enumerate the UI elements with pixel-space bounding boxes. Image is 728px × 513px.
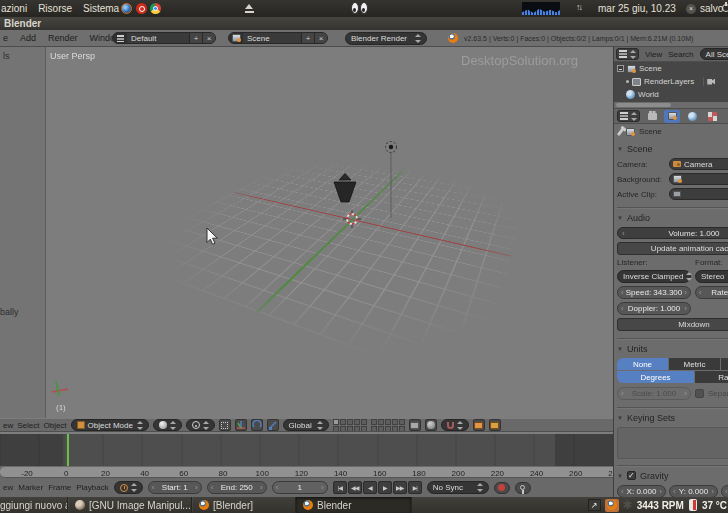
task-button-article[interactable]: ggiungi nuovo arti... <box>0 497 68 513</box>
menu-frame[interactable]: Frame <box>48 483 71 492</box>
auto-keyframe-button[interactable] <box>494 482 510 494</box>
keying-sets-list[interactable] <box>617 427 728 459</box>
menu-object[interactable]: Object <box>43 421 66 430</box>
display-filter-dropdown[interactable]: All Scenes <box>700 48 728 60</box>
outliner-row-world[interactable]: World <box>614 88 728 101</box>
panel-scene-header[interactable]: ▼Scene <box>617 142 728 155</box>
tool-shelf-text[interactable]: bally <box>0 307 19 317</box>
menu-marker[interactable]: Marker <box>18 483 43 492</box>
panel-units-header[interactable]: ▼Units <box>617 342 728 355</box>
tab-world[interactable] <box>684 110 700 123</box>
gravity-x-field[interactable]: X: 0.000 <box>617 485 666 497</box>
menu-view[interactable]: ew <box>3 421 13 430</box>
unit-scale-field[interactable]: Scale: 1.000 <box>617 387 691 400</box>
add-scene-button[interactable]: + <box>301 33 314 43</box>
layer-toggle[interactable] <box>392 419 398 425</box>
window-titlebar[interactable]: Blender <box>0 17 728 30</box>
opera-icon[interactable] <box>136 3 147 14</box>
network-indicator-icon[interactable]: ↑↓ <box>576 2 581 12</box>
start-frame-field[interactable]: Start: 1 <box>148 481 202 494</box>
doppler-field[interactable]: Doppler: 1.000 <box>617 302 691 315</box>
collapse-icon[interactable] <box>617 65 624 72</box>
task-button-blender-active[interactable]: Blender <box>296 497 412 513</box>
user-menu[interactable]: salvo <box>700 3 723 14</box>
system-monitor-applet[interactable] <box>522 2 560 15</box>
tab-scene[interactable] <box>664 110 680 123</box>
layer-toggle[interactable] <box>333 426 339 432</box>
proportional-edit-button[interactable] <box>425 419 437 431</box>
prev-keyframe-button[interactable]: ◀◀ <box>348 481 362 494</box>
outliner-menu-view[interactable]: View <box>645 50 662 59</box>
layer-toggle[interactable] <box>371 419 377 425</box>
mode-dropdown[interactable]: Object Mode <box>71 419 149 431</box>
gravity-z-field[interactable]: Z: -9.810 <box>721 485 728 497</box>
background-field[interactable] <box>669 173 728 185</box>
camera-field[interactable]: Camera <box>669 158 728 170</box>
opengl-render-anim-button[interactable] <box>489 419 501 431</box>
menu-select[interactable]: Select <box>17 421 39 430</box>
mixdown-button[interactable]: Mixdown <box>617 318 728 331</box>
unit-none-button[interactable]: None <box>617 358 668 370</box>
layer-toggle[interactable] <box>347 419 353 425</box>
outliner-menu-search[interactable]: Search <box>668 50 693 59</box>
firefox-icon[interactable] <box>121 3 132 14</box>
sync-dropdown[interactable]: No Sync <box>427 481 489 494</box>
viewport-3d[interactable]: User Persp DesktopSolution.org (1) <box>46 47 613 418</box>
menu-view[interactable]: ew <box>3 483 13 492</box>
tab-texture[interactable] <box>704 110 720 123</box>
render-toggle-icon[interactable] <box>707 79 715 85</box>
end-frame-field[interactable]: End: 250 <box>207 481 267 494</box>
panel-keying-header[interactable]: ▼Keying Sets <box>617 411 728 424</box>
menu-risorse[interactable]: Risorse <box>37 3 73 14</box>
layer-toggle[interactable] <box>340 426 346 432</box>
panel-audio-header[interactable]: ▼Audio <box>617 211 728 224</box>
window-switch-icon[interactable]: ↗ <box>588 499 601 511</box>
delete-scene-button[interactable]: × <box>314 33 327 43</box>
scene-lock-button[interactable] <box>409 419 421 431</box>
menu-playback[interactable]: Playback <box>76 483 108 492</box>
eject-icon[interactable] <box>245 4 254 13</box>
clock[interactable]: mar 25 giu, 10.23 <box>598 3 676 14</box>
opengl-render-still-button[interactable] <box>473 419 485 431</box>
layer-toggle[interactable] <box>361 426 367 432</box>
update-animation-cache-button[interactable]: Update animation cache <box>617 242 728 255</box>
layer-toggle[interactable] <box>385 426 391 432</box>
panel-gravity-header[interactable]: ▼✓Gravity <box>617 469 728 482</box>
chrome-icon[interactable] <box>150 3 161 14</box>
rotation-radians-button[interactable]: Radians <box>695 371 728 383</box>
next-keyframe-button[interactable]: ▶▶ <box>393 481 407 494</box>
scale-manipulator-button[interactable] <box>267 419 279 431</box>
unit-metric-button[interactable]: Metric <box>669 358 720 370</box>
editor-type-button[interactable] <box>616 48 639 60</box>
menu-applicazioni[interactable]: azioni <box>0 3 28 14</box>
volume-icon[interactable]: × <box>686 4 696 14</box>
menu-add[interactable]: Add <box>18 33 38 43</box>
play-button[interactable]: ▶ <box>378 481 392 494</box>
layer-toggle[interactable] <box>361 419 367 425</box>
pin-icon[interactable] <box>617 127 624 135</box>
outliner-row-scene[interactable]: Scene <box>614 62 728 75</box>
layer-toggle[interactable] <box>378 419 384 425</box>
layer-toggle[interactable] <box>399 426 405 432</box>
layer-toggle[interactable] <box>371 426 377 432</box>
layer-toggle[interactable] <box>354 419 360 425</box>
outliner-scrollbar[interactable] <box>616 103 671 107</box>
keying-set-button[interactable] <box>515 482 531 494</box>
task-button-gimp[interactable]: [GNU Image Manipul... <box>68 497 192 513</box>
volume-slider[interactable]: Volume: 1.000 <box>617 227 728 239</box>
lamp-object[interactable] <box>386 142 397 219</box>
active-clip-field[interactable] <box>669 188 728 200</box>
screen-layout-selector[interactable]: Default + × <box>112 32 216 44</box>
layer-toggle[interactable] <box>354 426 360 432</box>
editor-type-button[interactable] <box>617 110 640 122</box>
camera-object[interactable] <box>334 174 356 203</box>
playhead[interactable] <box>67 434 69 466</box>
layer-toggle[interactable] <box>333 419 339 425</box>
menu-file[interactable]: e <box>1 33 10 43</box>
tab-render[interactable] <box>644 110 660 123</box>
layer-toggle[interactable] <box>347 426 353 432</box>
unit-imperial-button[interactable]: Imperial <box>721 358 728 370</box>
add-layout-button[interactable]: + <box>189 33 202 43</box>
scene-selector[interactable]: Scene + × <box>228 32 328 44</box>
task-button-blender-min[interactable]: [Blender] <box>192 497 296 513</box>
